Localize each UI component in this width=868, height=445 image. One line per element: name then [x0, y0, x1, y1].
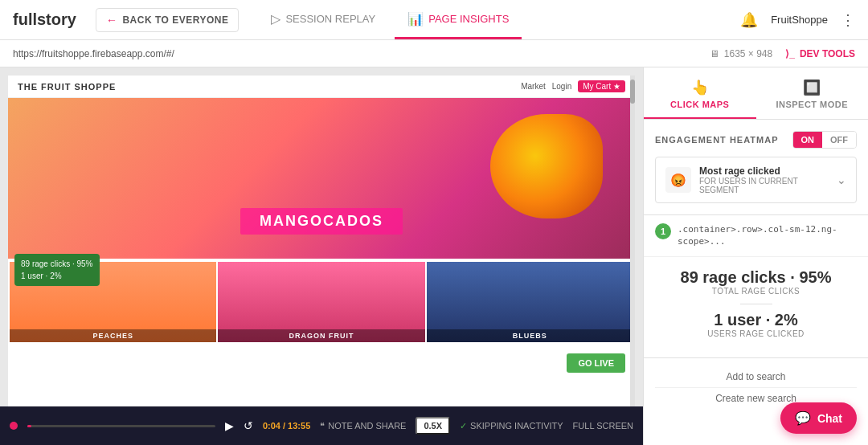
dropdown-sub: FOR USERS IN CURRENT SEGMENT	[699, 177, 829, 194]
tab-session-replay[interactable]: ▷ SESSION REPLAY	[258, 0, 388, 39]
inspect-mode-label: INSPECT MODE	[776, 100, 848, 109]
insights-icon: 📊	[407, 11, 424, 27]
preview-inner: THE FRUIT SHOPPE Market Login My Cart ★ …	[8, 76, 635, 413]
arrow-left-icon: ←	[106, 14, 118, 27]
rage-tooltip-line1: 89 rage clicks · 95%	[21, 258, 93, 270]
tab-page-insights[interactable]: 📊 PAGE INSIGHTS	[395, 0, 522, 39]
user-count: 1 user · 2%	[655, 311, 857, 329]
skip-label: SKIPPING INACTIVITY	[470, 421, 563, 431]
more-options-icon[interactable]: ⋮	[841, 11, 855, 29]
selector-item: 1 .container>.row>.col-sm-12.ng-scope>..…	[644, 215, 868, 257]
back-label: BACK TO EVERYONE	[122, 14, 228, 26]
dev-tools-button[interactable]: ⟩_ DEV TOOLS	[785, 48, 855, 59]
page-url: https://fruitshoppe.firebaseapp.com/#/	[13, 48, 174, 59]
nav-right: 🔔 FruitShoppe ⋮	[740, 11, 855, 29]
progress-track[interactable]	[27, 425, 215, 427]
tab-inspect-mode[interactable]: 🔲 INSPECT MODE	[756, 67, 869, 119]
dev-tools-label: DEV TOOLS	[800, 48, 855, 59]
scroll-indicator	[630, 76, 635, 413]
checkmark-icon: ✓	[460, 421, 467, 431]
site-links: Market Login My Cart ★	[521, 80, 625, 92]
go-live-button[interactable]: GO LIVE	[567, 353, 625, 373]
monitor-icon: 🖥	[710, 48, 719, 59]
nav-market: Market	[521, 82, 546, 91]
click-maps-label: CLICK MAPS	[670, 100, 729, 109]
engagement-label: ENGAGEMENT HEATMAP	[655, 135, 778, 145]
site-brand: THE FRUIT SHOPPE	[18, 82, 116, 92]
hero-title: MANGOCADOS	[240, 208, 403, 235]
toggle-on-button[interactable]: ON	[793, 132, 823, 148]
toggle-group: ON OFF	[792, 131, 858, 149]
session-replay-label: SESSION REPLAY	[285, 13, 375, 25]
nav-login: Login	[552, 82, 571, 91]
rage-click-icon: 😡	[665, 167, 691, 193]
dropdown-title: Most rage clicked	[699, 165, 829, 177]
fruit-grid: PEACHES DRAGON FRUIT BLUEBS	[8, 260, 635, 344]
fruit-card-dragon: DRAGON FRUIT	[218, 262, 424, 342]
stat-rage-clicks: 89 rage clicks · 95% TOTAL RAGE CLICKS	[655, 268, 857, 296]
skip-inactivity-button[interactable]: ✓ SKIPPING INACTIVITY	[460, 421, 563, 431]
time-current: 0:04	[263, 421, 280, 431]
selector-number: 1	[655, 223, 671, 239]
rage-tooltip: 89 rage clicks · 95% 1 user · 2%	[14, 254, 100, 286]
stat-users: 1 user · 2% USERS RAGE CLICKED	[655, 311, 857, 338]
fruit-label-peaches: PEACHES	[10, 329, 216, 342]
back-button[interactable]: ← BACK TO EVERYONE	[96, 8, 240, 32]
nav-tabs: ▷ SESSION REPLAY 📊 PAGE INSIGHTS	[258, 0, 522, 39]
play-icon: ▷	[271, 11, 280, 27]
panel-tabs: 👆 CLICK MAPS 🔲 INSPECT MODE	[644, 67, 868, 120]
speed-button[interactable]: 0.5X	[416, 417, 450, 435]
preview-area: THE FRUIT SHOPPE Market Login My Cart ★ …	[0, 67, 643, 445]
user-label: USERS RAGE CLICKED	[655, 329, 857, 338]
rage-clicked-dropdown[interactable]: 😡 Most rage clicked FOR USERS IN CURRENT…	[655, 157, 857, 203]
playback-bottom-bar: ▶ ↺ 0:04 / 13:55 ❝ NOTE AND SHARE 0.5X ✓…	[0, 406, 643, 445]
chat-label: Chat	[817, 412, 842, 425]
replay-button[interactable]: ↺	[244, 419, 253, 432]
stat-divider	[740, 304, 772, 304]
toggle-off-button[interactable]: OFF	[822, 132, 856, 148]
chevron-down-icon: ⌄	[837, 174, 846, 186]
scroll-thumb	[630, 80, 635, 104]
play-button[interactable]: ▶	[225, 419, 234, 432]
tab-click-maps[interactable]: 👆 CLICK MAPS	[644, 67, 756, 119]
code-icon: ⟩_	[785, 48, 795, 59]
engagement-section: ENGAGEMENT HEATMAP ON OFF 😡 Most rage cl…	[644, 120, 868, 215]
quote-icon: ❝	[320, 421, 325, 431]
rage-tooltip-line2: 1 user · 2%	[21, 270, 93, 282]
note-label: NOTE AND SHARE	[328, 421, 406, 431]
engagement-header: ENGAGEMENT HEATMAP ON OFF	[655, 131, 857, 149]
fruit-label-blueberry: BLUEBS	[427, 329, 633, 342]
fruit-card-blueberry: BLUEBS	[427, 262, 633, 342]
user-name: FruitShoppe	[771, 14, 828, 26]
inspect-icon: 🔲	[803, 79, 821, 96]
selector-text: .container>.row>.col-sm-12.ng-scope>...	[678, 223, 857, 248]
app-logo: fullstory	[13, 10, 76, 29]
top-nav: fullstory ← BACK TO EVERYONE ▷ SESSION R…	[0, 0, 868, 40]
rage-click-count: 89 rage clicks · 95%	[655, 268, 857, 287]
playback-time: 0:04 / 13:55	[263, 421, 310, 431]
url-bar: https://fruitshoppe.firebaseapp.com/#/ 🖥…	[0, 40, 868, 67]
click-maps-icon: 👆	[691, 79, 710, 96]
fullscreen-button[interactable]: FULL SCREEN	[573, 421, 633, 431]
main-layout: THE FRUIT SHOPPE Market Login My Cart ★ …	[0, 67, 868, 445]
resolution-value: 1635 × 948	[724, 48, 772, 59]
notification-bell-icon[interactable]: 🔔	[740, 11, 758, 29]
cart-button[interactable]: My Cart ★	[578, 80, 625, 92]
page-insights-label: PAGE INSIGHTS	[428, 13, 509, 25]
resolution-display: 🖥 1635 × 948	[710, 48, 772, 59]
progress-fill	[27, 425, 31, 427]
dropdown-card-text: Most rage clicked FOR USERS IN CURRENT S…	[699, 165, 829, 194]
chat-icon: 💬	[795, 410, 811, 426]
rage-click-label: TOTAL RAGE CLICKS	[655, 287, 857, 296]
fruit-label-dragon: DRAGON FRUIT	[218, 329, 424, 342]
stats-section: 89 rage clicks · 95% TOTAL RAGE CLICKS 1…	[644, 257, 868, 358]
site-nav: THE FRUIT SHOPPE Market Login My Cart ★	[8, 76, 635, 98]
hero-fruit-image	[490, 114, 603, 218]
hero-image: MANGOCADOS	[8, 98, 635, 259]
url-right: 🖥 1635 × 948 ⟩_ DEV TOOLS	[710, 48, 855, 59]
note-share-button[interactable]: ❝ NOTE AND SHARE	[320, 421, 406, 431]
time-total: 13:55	[288, 421, 310, 431]
add-to-search-link[interactable]: Add to search	[655, 366, 857, 388]
chat-bubble-button[interactable]: 💬 Chat	[780, 402, 857, 434]
progress-handle[interactable]	[10, 422, 18, 430]
